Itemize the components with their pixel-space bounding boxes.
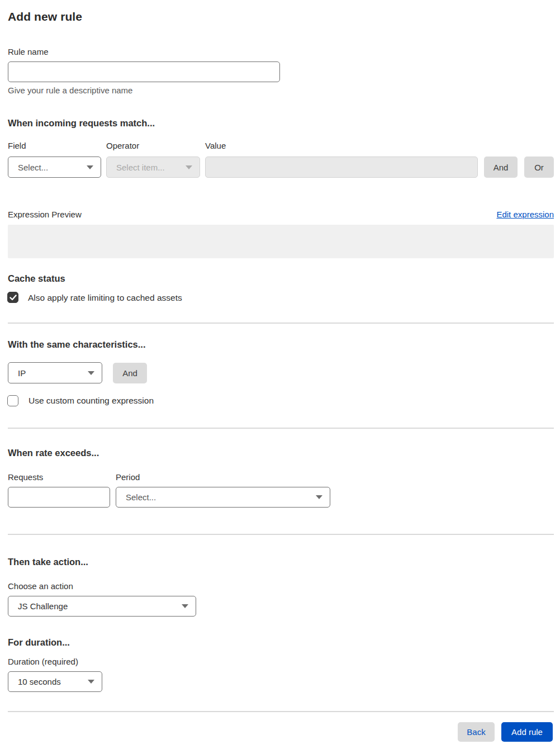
choose-action-label: Choose an action [8,581,73,591]
footer-divider [8,711,554,712]
cached-assets-checkbox[interactable] [7,292,18,303]
check-icon [10,295,17,301]
section-divider [8,534,554,535]
section-divider [8,323,554,324]
expression-preview-box [8,225,554,258]
duration-select[interactable]: 10 seconds [8,671,102,692]
value-input [205,157,478,178]
action-select-value: JS Challenge [18,601,68,611]
duration-select-value: 10 seconds [18,677,61,686]
chevron-down-icon [88,680,94,684]
period-label: Period [116,472,140,482]
page-title: Add new rule [8,10,82,23]
and-condition-button[interactable]: And [484,157,518,178]
or-condition-button[interactable]: Or [524,157,554,178]
chevron-down-icon [87,165,93,169]
section-divider [8,428,554,429]
chevron-down-icon [316,495,322,499]
field-select-value: Select... [18,163,48,172]
requests-input[interactable] [8,487,110,508]
add-rule-form: Add new rule Rule name Give your rule a … [0,0,560,749]
action-select[interactable]: JS Challenge [8,596,196,617]
custom-counting-checkbox[interactable] [7,395,18,406]
characteristics-select[interactable]: IP [8,362,102,383]
value-label: Value [205,141,226,150]
operator-select-value: Select item... [116,163,165,172]
match-section-heading: When incoming requests match... [8,118,155,129]
operator-label: Operator [106,141,139,150]
add-rule-button[interactable]: Add rule [501,722,553,742]
period-select[interactable]: Select... [116,487,330,508]
characteristics-select-value: IP [18,368,26,378]
action-heading: Then take action... [8,557,88,567]
rule-name-helper: Give your rule a descriptive name [8,86,132,95]
duration-heading: For duration... [8,637,70,648]
cache-status-heading: Cache status [8,273,65,284]
characteristics-heading: With the same characteristics... [8,339,146,350]
chevron-down-icon [186,165,192,169]
duration-label: Duration (required) [8,657,78,666]
cached-assets-checkbox-label: Also apply rate limiting to cached asset… [28,293,182,303]
field-select[interactable]: Select... [8,157,101,178]
back-button[interactable]: Back [458,722,495,742]
chevron-down-icon [88,371,94,375]
edit-expression-link[interactable]: Edit expression [496,210,554,219]
period-select-value: Select... [126,492,156,502]
custom-counting-checkbox-label: Use custom counting expression [29,396,154,406]
expression-preview-label: Expression Preview [8,210,82,219]
requests-label: Requests [8,472,43,482]
field-label: Field [8,141,26,150]
rule-name-label: Rule name [8,47,49,56]
add-characteristic-button[interactable]: And [113,363,147,383]
rule-name-input[interactable] [8,61,280,82]
operator-select: Select item... [106,157,200,178]
chevron-down-icon [182,604,188,608]
rate-heading: When rate exceeds... [8,448,99,458]
